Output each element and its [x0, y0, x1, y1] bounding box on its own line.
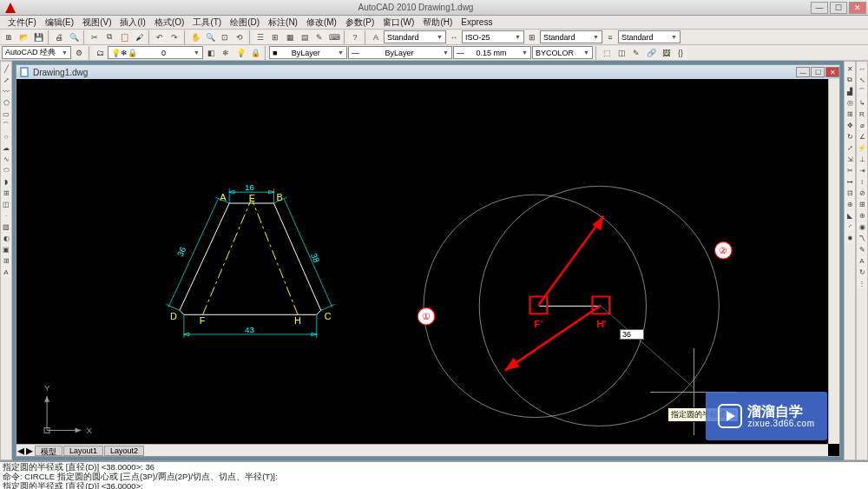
- spline-tool[interactable]: ∿: [1, 154, 11, 164]
- mirror-tool[interactable]: ▟: [845, 86, 855, 96]
- dimradius-tool[interactable]: R: [857, 109, 867, 119]
- cut-button[interactable]: ✂: [88, 30, 102, 44]
- mtext-tool[interactable]: A: [1, 267, 11, 277]
- dimdiameter-tool[interactable]: ⌀: [857, 120, 867, 130]
- dimstyle-combo[interactable]: ISO-25▼: [462, 30, 524, 43]
- insert-block-tool[interactable]: ⊞: [1, 188, 11, 198]
- scale-tool[interactable]: ⤢: [845, 142, 855, 153]
- circle-tool[interactable]: ○: [1, 131, 11, 142]
- menu-insert[interactable]: 插入(I): [115, 17, 149, 29]
- zoom-prev-button[interactable]: ⟲: [233, 30, 247, 44]
- menu-parametric[interactable]: 参数(P): [341, 17, 378, 29]
- gradient-tool[interactable]: ◐: [1, 233, 11, 243]
- zoom-realtime-button[interactable]: 🔍: [203, 30, 217, 44]
- doc-close-button[interactable]: ✕: [825, 67, 839, 77]
- menu-modify[interactable]: 修改(M): [302, 17, 341, 29]
- erase-tool[interactable]: ✕: [845, 63, 855, 74]
- drawing-canvas[interactable]: A B C D E F H 16 36: [16, 79, 839, 456]
- block-create-button[interactable]: ◫: [615, 46, 628, 60]
- open-button[interactable]: 📂: [16, 30, 30, 44]
- save-button[interactable]: 💾: [31, 30, 45, 44]
- canvas-vertical-scrollbar[interactable]: [828, 79, 839, 444]
- rotate-tool[interactable]: ↻: [845, 131, 855, 142]
- ellipse-tool[interactable]: ⬭: [1, 165, 11, 175]
- menu-edit[interactable]: 编辑(E): [41, 17, 78, 29]
- markup-button[interactable]: ✎: [312, 30, 326, 44]
- minimize-button[interactable]: —: [811, 2, 828, 14]
- point-tool[interactable]: ·: [1, 210, 11, 221]
- block-insert-button[interactable]: ⬚: [600, 46, 614, 60]
- tablestyle-icon[interactable]: ⊞: [525, 30, 539, 44]
- linetype-combo[interactable]: — ByLayer▼: [348, 46, 452, 59]
- trim-tool[interactable]: ✂: [845, 165, 855, 175]
- centermark-tool[interactable]: ⊕: [857, 210, 867, 221]
- preview-button[interactable]: 🔍: [67, 30, 81, 44]
- region-tool[interactable]: ▣: [1, 244, 11, 254]
- tablestyle-combo[interactable]: Standard▼: [540, 30, 602, 43]
- new-button[interactable]: 🗎: [2, 30, 16, 44]
- table-tool[interactable]: ⊞: [1, 255, 11, 266]
- arc-tool[interactable]: ⌒: [1, 120, 11, 130]
- dimtedit-tool[interactable]: A: [857, 255, 867, 266]
- offset-tool[interactable]: ◎: [845, 97, 855, 108]
- menu-dimension[interactable]: 标注(N): [264, 17, 302, 29]
- ellipse-arc-tool[interactable]: ◗: [1, 176, 11, 187]
- move-tool[interactable]: ✥: [845, 120, 855, 130]
- toolpalettes-button[interactable]: ▦: [283, 30, 297, 44]
- command-line[interactable]: 指定圆的半径或 [直径(D)] <38.0000>: 36 命令: CIRCLE…: [0, 460, 868, 489]
- polygon-tool[interactable]: ⬠: [1, 97, 11, 108]
- diminspect-tool[interactable]: ◉: [857, 221, 867, 232]
- layout-tab-1[interactable]: Layout1: [63, 446, 103, 456]
- image-button[interactable]: 🖼: [659, 46, 673, 60]
- close-button[interactable]: ✕: [849, 2, 866, 14]
- revcloud-tool[interactable]: ☁: [1, 142, 11, 153]
- print-button[interactable]: 🖨: [52, 30, 66, 44]
- menu-file[interactable]: 文件(F): [3, 17, 41, 29]
- layout-tab-model[interactable]: 模型: [35, 446, 62, 456]
- dimstyle-tool[interactable]: ⋮: [857, 278, 867, 288]
- dimcontinue-tool[interactable]: ⇥: [857, 165, 867, 175]
- dimstyle-icon[interactable]: ↔: [447, 30, 461, 44]
- layer-combo[interactable]: 💡❄🔒0▼: [108, 46, 203, 59]
- matchprop-button[interactable]: 🖌: [132, 30, 146, 44]
- layer-iso-button[interactable]: ◧: [204, 46, 218, 60]
- layout-tab-2[interactable]: Layout2: [104, 446, 144, 456]
- calc-button[interactable]: ⌨: [327, 30, 341, 44]
- help-button[interactable]: ?: [348, 30, 362, 44]
- undo-button[interactable]: ↶: [153, 30, 167, 44]
- dimedit-tool[interactable]: ✎: [857, 244, 867, 254]
- dimangular-tool[interactable]: ∠: [857, 131, 867, 142]
- dynamic-input[interactable]: [620, 329, 644, 340]
- layer-lock-button[interactable]: 🔒: [248, 46, 262, 60]
- layer-off-button[interactable]: 💡: [233, 46, 247, 60]
- dimspace-tool[interactable]: ↕: [857, 176, 867, 187]
- dimbreak-tool[interactable]: ⊘: [857, 188, 867, 198]
- field-button[interactable]: {}: [674, 46, 687, 60]
- join-tool[interactable]: ⊕: [845, 199, 855, 209]
- pan-button[interactable]: ✋: [188, 30, 202, 44]
- workspace-settings-icon[interactable]: ⚙: [72, 46, 86, 60]
- dimbaseline-tool[interactable]: ⊥: [857, 154, 867, 164]
- chamfer-tool[interactable]: ◣: [845, 210, 855, 221]
- lineweight-combo[interactable]: — 0.15 mm▼: [453, 46, 531, 59]
- dimupdate-tool[interactable]: ↻: [857, 267, 867, 277]
- rectangle-tool[interactable]: ▭: [1, 109, 11, 119]
- mlstyle-icon[interactable]: ≡: [603, 30, 617, 44]
- canvas-horizontal-scrollbar[interactable]: ◂▸ 模型 Layout1 Layout2: [16, 444, 828, 456]
- dimjogline-tool[interactable]: 〽: [857, 233, 867, 243]
- designcenter-button[interactable]: ⊞: [268, 30, 282, 44]
- extend-tool[interactable]: ↦: [845, 176, 855, 187]
- textstyle-combo[interactable]: Standard▼: [384, 30, 446, 43]
- workspace-combo[interactable]: AutoCAD 经典▼: [2, 46, 71, 59]
- break-tool[interactable]: ⊟: [845, 188, 855, 198]
- layer-props-button[interactable]: 🗂: [93, 46, 107, 60]
- menu-express[interactable]: Express: [457, 17, 496, 27]
- explode-tool[interactable]: ✹: [845, 233, 855, 243]
- menu-tools[interactable]: 工具(T): [188, 17, 226, 29]
- layer-freeze-button[interactable]: ❄: [219, 46, 233, 60]
- block-edit-button[interactable]: ✎: [629, 46, 643, 60]
- tolerance-tool[interactable]: ⊞: [857, 199, 867, 209]
- redo-button[interactable]: ↷: [168, 30, 181, 44]
- fillet-tool[interactable]: ◜: [845, 221, 855, 232]
- mlstyle-combo[interactable]: Standard▼: [618, 30, 681, 43]
